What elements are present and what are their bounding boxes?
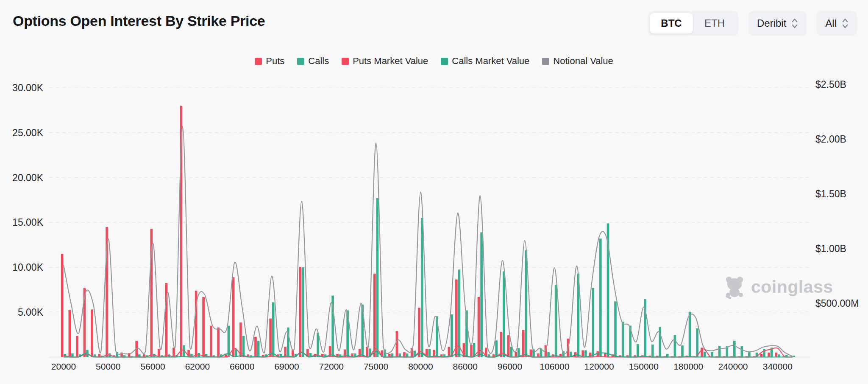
call-bar (659, 327, 662, 357)
svg-text:50000: 50000 (96, 362, 120, 371)
svg-text:$1.50B: $1.50B (815, 188, 846, 199)
put-bar (470, 345, 473, 357)
call-bar (592, 288, 595, 357)
call-bar (696, 328, 698, 357)
put-bar (359, 349, 361, 357)
put-bar (269, 319, 272, 357)
call-bar (451, 314, 453, 357)
put-bar (478, 297, 480, 357)
call-bar (637, 344, 639, 357)
calls-bars[interactable] (64, 198, 796, 357)
svg-text:30.00K: 30.00K (12, 82, 44, 93)
call-bar (495, 340, 498, 357)
options-open-interest-page: Options Open Interest By Strike Price BT… (0, 0, 868, 384)
svg-text:20.00K: 20.00K (12, 172, 44, 183)
svg-text:56000: 56000 (140, 362, 165, 371)
call-bar (584, 350, 587, 357)
put-bar (373, 274, 376, 357)
put-bar (768, 353, 770, 357)
put-bar (202, 297, 205, 357)
call-bar (704, 352, 706, 357)
call-bar (599, 238, 602, 357)
put-bar (366, 347, 369, 357)
call-bar (517, 348, 520, 357)
svg-text:150000: 150000 (629, 362, 659, 371)
call-bar (428, 349, 431, 357)
put-bar (172, 348, 175, 357)
call-bar (689, 312, 691, 357)
call-bar (666, 354, 669, 357)
svg-text:120000: 120000 (584, 362, 614, 371)
svg-text:5.00K: 5.00K (18, 307, 44, 318)
put-bar (254, 337, 257, 357)
put-bar (232, 277, 235, 357)
put-bar (91, 309, 93, 357)
call-bar (228, 326, 230, 357)
call-bar (272, 303, 275, 357)
call-bar (711, 352, 713, 357)
call-bar (651, 345, 654, 357)
put-bar (537, 353, 540, 357)
put-bar (388, 354, 391, 357)
put-bar (515, 352, 517, 357)
call-bar (458, 269, 461, 357)
notional-value-line[interactable] (64, 126, 793, 356)
svg-text:62000: 62000 (185, 362, 210, 371)
put-bar (76, 336, 78, 357)
svg-text:$2.50B: $2.50B (815, 79, 846, 90)
put-bar (507, 335, 510, 357)
options-open-interest-chart[interactable]: 30.00K25.00K20.00K15.00K10.00K5.00K$2.50… (0, 0, 868, 384)
call-bar (503, 272, 505, 357)
svg-text:96000: 96000 (498, 362, 522, 371)
put-bar (158, 349, 160, 357)
call-bar (406, 353, 409, 357)
svg-text:25.00K: 25.00K (12, 127, 44, 138)
x-axis-labels: 2000050000560006200066000690007200075000… (51, 362, 793, 371)
put-bar (418, 308, 420, 357)
svg-text:15.00K: 15.00K (12, 217, 44, 228)
call-bar (71, 353, 74, 357)
svg-text:106000: 106000 (540, 362, 569, 371)
svg-text:86000: 86000 (453, 362, 477, 371)
svg-text:180000: 180000 (673, 362, 703, 371)
call-bar (302, 267, 304, 357)
svg-text:$1.00B: $1.00B (815, 243, 846, 254)
call-bar (748, 352, 751, 357)
call-bar (622, 322, 624, 357)
call-bar (793, 356, 795, 357)
gridlines (49, 88, 810, 357)
call-bar (733, 341, 736, 357)
put-bar (522, 330, 525, 357)
put-bar (396, 331, 398, 357)
put-bar (210, 326, 212, 357)
call-bar (480, 233, 483, 357)
put-bar (760, 354, 763, 357)
svg-text:340000: 340000 (763, 362, 793, 371)
svg-text:$2.00B: $2.00B (815, 134, 846, 145)
call-bar (421, 218, 423, 357)
svg-text:240000: 240000 (718, 362, 748, 371)
call-bar (555, 285, 557, 357)
call-bar (242, 336, 245, 357)
svg-text:72000: 72000 (319, 362, 344, 371)
call-bar (614, 301, 617, 357)
put-bar (239, 322, 242, 357)
svg-text:69000: 69000 (274, 362, 299, 371)
call-bar (674, 335, 676, 357)
put-bar (69, 310, 71, 357)
put-bar (403, 352, 406, 357)
svg-text:75000: 75000 (364, 362, 388, 371)
y-axis-right-labels: $2.50B$2.00B$1.50B$1.00B$500.00M (815, 79, 859, 309)
y-axis-left-labels: 30.00K25.00K20.00K15.00K10.00K5.00K (12, 82, 44, 318)
svg-text:10.00K: 10.00K (12, 262, 44, 273)
put-bar (61, 254, 64, 357)
put-bar (217, 328, 220, 357)
call-bar (257, 341, 260, 357)
svg-text:66000: 66000 (230, 362, 254, 371)
put-bar (448, 347, 451, 357)
call-bar (681, 345, 684, 357)
put-bar (775, 353, 778, 357)
svg-text:20000: 20000 (51, 362, 76, 371)
call-bar (718, 346, 721, 357)
svg-text:$500.00M: $500.00M (815, 298, 859, 309)
